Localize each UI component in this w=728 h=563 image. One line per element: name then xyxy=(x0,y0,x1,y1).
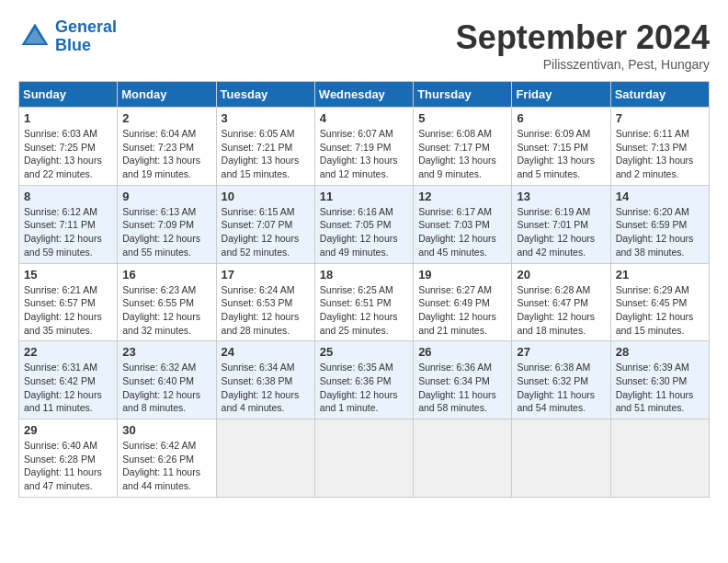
table-row: 4 Sunrise: 6:07 AM Sunset: 7:19 PM Dayli… xyxy=(314,108,413,186)
logo-general: General xyxy=(55,17,117,36)
table-row: 19 Sunrise: 6:27 AM Sunset: 6:49 PM Dayl… xyxy=(414,263,512,341)
table-row: 24 Sunrise: 6:34 AM Sunset: 6:38 PM Dayl… xyxy=(216,341,314,419)
title-block: September 2024 Pilisszentivan, Pest, Hun… xyxy=(456,18,710,72)
calendar-week-5: 29 Sunrise: 6:40 AM Sunset: 6:28 PM Dayl… xyxy=(19,419,710,498)
table-row: 11 Sunrise: 6:16 AM Sunset: 7:05 PM Dayl… xyxy=(314,185,413,263)
empty-cell xyxy=(314,419,413,498)
logo-icon xyxy=(18,20,51,53)
table-row: 17 Sunrise: 6:24 AM Sunset: 6:53 PM Dayl… xyxy=(216,263,314,341)
empty-cell xyxy=(512,419,610,498)
table-row: 13 Sunrise: 6:19 AM Sunset: 7:01 PM Dayl… xyxy=(512,185,610,263)
table-row: 18 Sunrise: 6:25 AM Sunset: 6:51 PM Dayl… xyxy=(314,263,413,341)
page-header: General Blue September 2024 Pilisszentiv… xyxy=(18,18,710,72)
table-row: 9 Sunrise: 6:13 AM Sunset: 7:09 PM Dayli… xyxy=(118,185,216,263)
table-row: 29 Sunrise: 6:40 AM Sunset: 6:28 PM Dayl… xyxy=(19,419,118,498)
table-row: 12 Sunrise: 6:17 AM Sunset: 7:03 PM Dayl… xyxy=(414,185,512,263)
table-row: 7 Sunrise: 6:11 AM Sunset: 7:13 PM Dayli… xyxy=(610,108,709,186)
calendar-week-3: 15 Sunrise: 6:21 AM Sunset: 6:57 PM Dayl… xyxy=(19,263,710,341)
table-row: 20 Sunrise: 6:28 AM Sunset: 6:47 PM Dayl… xyxy=(512,263,610,341)
empty-cell xyxy=(216,419,314,498)
calendar-week-2: 8 Sunrise: 6:12 AM Sunset: 7:11 PM Dayli… xyxy=(19,185,710,263)
col-thursday: Thursday xyxy=(414,82,512,108)
table-row: 21 Sunrise: 6:29 AM Sunset: 6:45 PM Dayl… xyxy=(610,263,709,341)
calendar-header-row: Sunday Monday Tuesday Wednesday Thursday… xyxy=(19,82,710,108)
table-row: 28 Sunrise: 6:39 AM Sunset: 6:30 PM Dayl… xyxy=(610,341,709,419)
col-sunday: Sunday xyxy=(19,82,118,108)
table-row: 16 Sunrise: 6:23 AM Sunset: 6:55 PM Dayl… xyxy=(118,263,216,341)
empty-cell xyxy=(610,419,709,498)
table-row: 6 Sunrise: 6:09 AM Sunset: 7:15 PM Dayli… xyxy=(512,108,610,186)
table-row: 1 Sunrise: 6:03 AM Sunset: 7:25 PM Dayli… xyxy=(19,108,118,186)
table-row: 22 Sunrise: 6:31 AM Sunset: 6:42 PM Dayl… xyxy=(19,341,118,419)
month-title: September 2024 xyxy=(456,18,710,57)
table-row: 26 Sunrise: 6:36 AM Sunset: 6:34 PM Dayl… xyxy=(414,341,512,419)
table-row: 14 Sunrise: 6:20 AM Sunset: 6:59 PM Dayl… xyxy=(610,185,709,263)
calendar-table: Sunday Monday Tuesday Wednesday Thursday… xyxy=(18,81,710,498)
table-row: 27 Sunrise: 6:38 AM Sunset: 6:32 PM Dayl… xyxy=(512,341,610,419)
table-row: 30 Sunrise: 6:42 AM Sunset: 6:26 PM Dayl… xyxy=(118,419,216,498)
table-row: 25 Sunrise: 6:35 AM Sunset: 6:36 PM Dayl… xyxy=(314,341,413,419)
table-row: 8 Sunrise: 6:12 AM Sunset: 7:11 PM Dayli… xyxy=(19,185,118,263)
col-wednesday: Wednesday xyxy=(314,82,413,108)
table-row: 15 Sunrise: 6:21 AM Sunset: 6:57 PM Dayl… xyxy=(19,263,118,341)
col-saturday: Saturday xyxy=(610,82,709,108)
table-row: 10 Sunrise: 6:15 AM Sunset: 7:07 PM Dayl… xyxy=(216,185,314,263)
logo-blue: Blue xyxy=(55,36,91,54)
empty-cell xyxy=(414,419,512,498)
col-friday: Friday xyxy=(512,82,610,108)
calendar-week-4: 22 Sunrise: 6:31 AM Sunset: 6:42 PM Dayl… xyxy=(19,341,710,419)
table-row: 2 Sunrise: 6:04 AM Sunset: 7:23 PM Dayli… xyxy=(118,108,216,186)
location-subtitle: Pilisszentivan, Pest, Hungary xyxy=(456,57,710,72)
col-tuesday: Tuesday xyxy=(216,82,314,108)
table-row: 3 Sunrise: 6:05 AM Sunset: 7:21 PM Dayli… xyxy=(216,108,314,186)
logo: General Blue xyxy=(18,18,117,55)
calendar-week-1: 1 Sunrise: 6:03 AM Sunset: 7:25 PM Dayli… xyxy=(19,108,710,186)
table-row: 5 Sunrise: 6:08 AM Sunset: 7:17 PM Dayli… xyxy=(414,108,512,186)
table-row: 23 Sunrise: 6:32 AM Sunset: 6:40 PM Dayl… xyxy=(118,341,216,419)
col-monday: Monday xyxy=(118,82,216,108)
